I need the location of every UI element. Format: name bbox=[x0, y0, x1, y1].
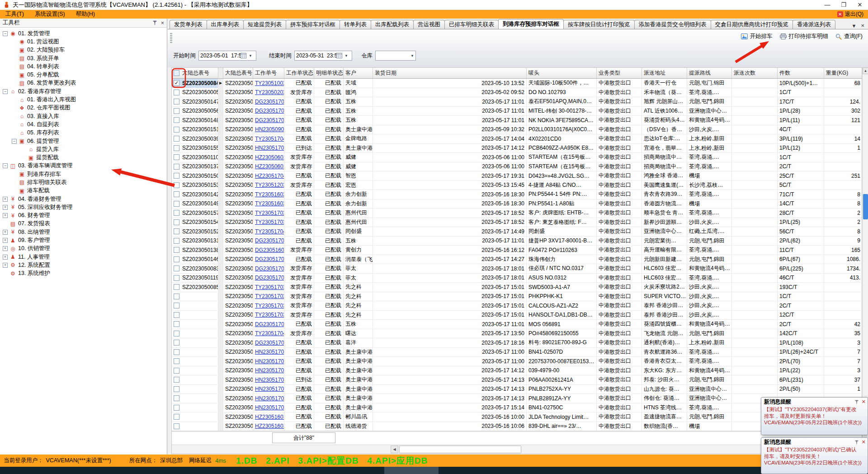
work-order-link[interactable]: HZ23051603966 bbox=[255, 423, 284, 429]
table-row[interactable]: SZ2023050056SZ2023050147DG230517039…已配载已… bbox=[172, 107, 862, 116]
table-row[interactable]: SZ2023050138SZ2023050142DG230516039…发货库存… bbox=[172, 246, 862, 255]
row-checkbox[interactable] bbox=[174, 238, 179, 244]
end-time-dropdown-icon[interactable]: ▼ bbox=[343, 51, 349, 60]
work-order-link-cell[interactable]: DG230517039… bbox=[253, 320, 284, 329]
table-row[interactable]: SZ2023050157SZ2023050150TY230517039…已配载已… bbox=[172, 209, 862, 218]
tree-item[interactable]: +¥05. 深圳应收财务管理 bbox=[3, 203, 167, 211]
row-checkbox[interactable] bbox=[174, 349, 179, 355]
work-order-link-cell[interactable]: HZ23050603610 bbox=[253, 162, 284, 171]
work-order-link[interactable]: HZ23050603610 bbox=[255, 163, 284, 170]
work-order-link-cell[interactable]: HZ23051603887 bbox=[253, 412, 284, 422]
work-order-link[interactable]: TY230517039… bbox=[255, 303, 284, 309]
notification-close-icon[interactable]: ✕ bbox=[862, 439, 866, 445]
work-order-link-cell[interactable]: DG230517039… bbox=[253, 237, 284, 246]
work-order-link-cell[interactable]: TY230516039… bbox=[253, 199, 284, 209]
work-order-link[interactable]: TY230502035… bbox=[255, 89, 284, 95]
row-checkbox[interactable] bbox=[174, 108, 179, 114]
row-checkbox[interactable] bbox=[174, 145, 179, 151]
header-customer-cell[interactable]: 客户 bbox=[344, 68, 373, 78]
row-checkbox[interactable] bbox=[174, 173, 179, 179]
work-order-link[interactable]: HZ23050603610 bbox=[255, 154, 284, 161]
table-row[interactable]: SZ2023050132HZ23051603966已配载已配载线德港货2023-… bbox=[172, 422, 862, 431]
header-pieces-cell[interactable]: 件数 bbox=[778, 68, 824, 78]
tab-9[interactable]: 到港库存预排车对话框 bbox=[498, 19, 564, 29]
work-order-link[interactable]: TY230516039… bbox=[255, 200, 284, 207]
tree-item[interactable]: ▤06. 发货单更改列表 bbox=[3, 79, 167, 87]
header-business-type-cell[interactable]: 业务类型 bbox=[597, 68, 642, 78]
work-order-link-cell[interactable]: TY230517040… bbox=[253, 227, 284, 236]
table-row[interactable]: SZ2023050151SZ2023050056HN230509036…已配载已… bbox=[172, 125, 862, 135]
work-order-link[interactable]: TY230512038… bbox=[255, 182, 284, 188]
tree-expander-icon[interactable]: + bbox=[3, 255, 8, 260]
table-row[interactable]: SZ2023050151HN230517040…已配载已配载奥士康中港2023-… bbox=[172, 366, 862, 376]
table-row[interactable]: SZ2023050137SZ2023050039HZ23050603610发货库… bbox=[172, 162, 862, 172]
work-order-link-cell[interactable]: HN230517040… bbox=[253, 394, 284, 403]
work-order-link-cell[interactable]: TY230517039… bbox=[253, 301, 284, 310]
tab-3[interactable]: 短途提货列表 bbox=[243, 20, 286, 29]
tree-expander-icon[interactable]: + bbox=[3, 197, 8, 202]
tree-item[interactable]: +¥08. 出纳管理 bbox=[3, 228, 167, 236]
row-checkbox[interactable] bbox=[174, 90, 179, 95]
row-checkbox[interactable] bbox=[174, 247, 179, 253]
exit-button[interactable]: ✕ 退出(Q) bbox=[837, 10, 863, 18]
work-order-link[interactable]: DG230517039… bbox=[255, 117, 284, 123]
work-order-link-cell[interactable]: HN230517040… bbox=[253, 403, 284, 412]
sidebar-close-icon[interactable]: × bbox=[161, 20, 164, 26]
work-order-link-cell[interactable]: HZ23051704016 bbox=[253, 171, 284, 180]
work-order-link[interactable]: HN230517040… bbox=[255, 367, 284, 374]
table-row[interactable]: SZ2023050149SZ2023050137TY230516039…已配载已… bbox=[172, 199, 862, 209]
table-row[interactable]: SZ2023050148HN230517040…已配载已配载奥士康中港2023-… bbox=[172, 348, 862, 357]
work-order-link-cell[interactable]: DG230517039… bbox=[253, 107, 284, 116]
work-order-link-cell[interactable]: HN230517040… bbox=[253, 348, 284, 357]
work-order-link-cell[interactable]: HN230517040… bbox=[253, 357, 284, 366]
row-checkbox[interactable] bbox=[174, 210, 179, 216]
tab-4[interactable]: 拼车预排车对话框 bbox=[286, 20, 340, 29]
header-load-date-cell[interactable]: 装货日期 bbox=[373, 68, 527, 78]
row-checkbox[interactable] bbox=[174, 321, 179, 327]
work-order-link[interactable]: DG230517039… bbox=[255, 256, 284, 262]
header-delivery-times-cell[interactable]: 派送次数 bbox=[732, 68, 778, 78]
row-checkbox[interactable] bbox=[174, 414, 179, 420]
row-checkbox[interactable] bbox=[174, 127, 179, 133]
menu-item[interactable]: 工具(T) bbox=[0, 11, 29, 17]
table-row[interactable]: SZ2023050155HN230517040…已配载已配载奥士康中港2023-… bbox=[172, 403, 862, 413]
work-order-link[interactable]: TY230510037… bbox=[255, 80, 284, 86]
tree-item[interactable]: ▣港车配载 bbox=[3, 187, 167, 195]
table-row[interactable]: SZ2023050148HN230517040…已配载已配载奥士康中港2023-… bbox=[172, 357, 862, 366]
vertical-scrollbar[interactable]: ▲ ▼ bbox=[862, 67, 868, 454]
work-order-link[interactable]: DG230517039… bbox=[255, 275, 284, 281]
row-checkbox[interactable]: ✓ bbox=[174, 80, 179, 86]
tree-item[interactable]: +♟11. 人事管理 bbox=[3, 253, 167, 261]
pin-icon[interactable] bbox=[854, 440, 859, 445]
tree-item[interactable]: +⚙12. 系统配置 bbox=[3, 261, 167, 269]
row-checkbox[interactable] bbox=[174, 182, 179, 188]
select-all-checkbox[interactable] bbox=[174, 70, 179, 76]
tree-item[interactable]: ⌂04. 自提列表 bbox=[3, 120, 167, 128]
tab-8[interactable]: 已排车明细关联表 bbox=[444, 20, 499, 29]
row-checkbox[interactable] bbox=[174, 136, 179, 142]
end-time-field[interactable]: ▼ bbox=[294, 51, 352, 61]
work-order-link[interactable]: HZ23051603887 bbox=[255, 414, 284, 420]
table-row[interactable]: SZ2023050148SZ2023050147DG230517039…已配载已… bbox=[172, 116, 862, 125]
work-order-link[interactable]: TY230516039… bbox=[255, 191, 284, 198]
close-button[interactable]: ✕ bbox=[852, 0, 868, 10]
tab-11[interactable]: 添加香港提货交仓明细列表 bbox=[634, 20, 711, 29]
tree-expander-icon[interactable]: − bbox=[3, 163, 8, 168]
work-order-link-cell[interactable]: TY230517039… bbox=[253, 292, 284, 301]
work-order-link-cell[interactable]: DG230517039… bbox=[253, 116, 284, 125]
tree-item[interactable]: ⚙13. 系统维护 bbox=[3, 270, 167, 278]
table-row[interactable]: SZ2023050154TY230517039…发货库存已配载先之科2023-0… bbox=[172, 311, 862, 320]
work-order-link[interactable]: TY230517039… bbox=[255, 293, 284, 299]
row-checkbox[interactable] bbox=[174, 191, 179, 197]
work-order-link[interactable]: TY230517039… bbox=[255, 210, 284, 216]
work-order-link[interactable]: HN230517040… bbox=[255, 386, 284, 392]
table-row[interactable]: SZ2023050110SZ2023050039HZ23050603610发货库… bbox=[172, 153, 862, 162]
work-order-link[interactable]: TY230517039… bbox=[255, 219, 284, 225]
tree-item[interactable]: ▣提货配载 bbox=[3, 153, 167, 161]
tree-item[interactable]: ▤排车明细关联表 bbox=[3, 178, 167, 186]
row-checkbox[interactable] bbox=[174, 164, 179, 170]
tree-expander-icon[interactable]: + bbox=[3, 213, 8, 218]
work-order-link[interactable]: TY230517039… bbox=[255, 312, 284, 318]
table-row[interactable]: SZ2023050131HZ23051603887已配载已配载郴川晶讯2023-… bbox=[172, 412, 862, 422]
start-time-dropdown-icon[interactable]: ▼ bbox=[247, 51, 254, 60]
